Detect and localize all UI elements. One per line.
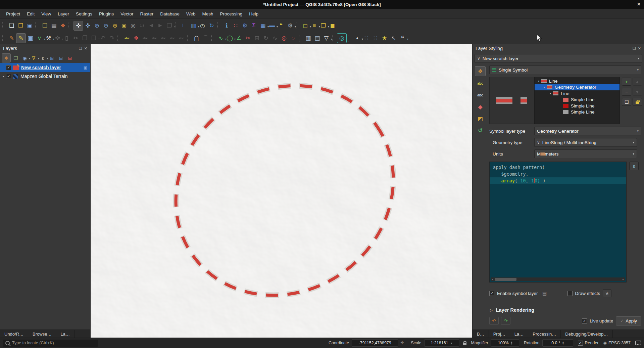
menu-item[interactable]: Edit — [23, 11, 38, 16]
messages-icon[interactable] — [635, 341, 641, 345]
highlight-labels-button[interactable]: abc — [150, 34, 159, 43]
text-annotation-button[interactable]: A — [353, 34, 362, 43]
menu-item[interactable]: Web — [183, 11, 199, 16]
close-panel-icon[interactable]: ✕ — [84, 46, 87, 51]
new-print-layout-button[interactable]: ❐ — [40, 21, 49, 30]
menu-item[interactable]: Settings — [72, 11, 96, 16]
zoom-to-selection-button[interactable]: ◉ — [119, 21, 129, 30]
tree-expander-icon[interactable]: ▾ — [548, 92, 553, 95]
zoom-out-button[interactable]: ⊖ — [101, 21, 110, 30]
draw-effects-checkbox[interactable] — [567, 291, 573, 296]
undo-style-button[interactable]: ↶ — [489, 317, 499, 325]
pan-to-selection-button[interactable]: ✜ — [83, 21, 92, 30]
float-panel-icon[interactable]: ❐ — [79, 46, 82, 51]
toggle-snapping-button[interactable]: ⋂ — [192, 34, 201, 43]
locate-search-input[interactable]: Type to locate (Ctrl+K) — [3, 340, 98, 347]
add-group-button[interactable]: ❒ — [11, 54, 20, 62]
temporal-controller-button[interactable]: ◷ — [198, 21, 207, 30]
dock-tab[interactable]: La… — [56, 330, 74, 338]
expand-all-button[interactable]: ⊞ — [48, 54, 56, 62]
menu-item[interactable]: Help — [246, 11, 262, 16]
dock-tab[interactable]: B… — [473, 330, 489, 338]
vertex-tool-button[interactable]: ⚒ — [44, 34, 53, 43]
redo-button[interactable]: ↷ — [107, 34, 116, 43]
masks-tab[interactable]: abc — [475, 90, 485, 100]
symbol-node-geometry-generator[interactable]: ▾ Geometry Generator — [535, 84, 620, 91]
paste-features-button[interactable]: ❒ — [89, 34, 98, 43]
symbol-type-select[interactable]: Single Symbol ▾ — [489, 66, 641, 74]
duplicate-symbol-layer-button[interactable]: ❏ — [622, 98, 631, 106]
collapse-all-button[interactable]: ⊟ — [57, 54, 65, 62]
digitize-segment-button[interactable]: ∨ — [35, 34, 44, 43]
menu-item[interactable]: View — [38, 11, 54, 16]
shape-digitize-button[interactable]: ◯ — [225, 34, 234, 43]
redo-style-button[interactable]: ↷ — [501, 317, 510, 325]
rotate-label-button[interactable]: abc — [168, 34, 177, 43]
dock-tab[interactable]: Undo/R… — [0, 330, 28, 338]
open-layer-styling-button[interactable]: ❖ — [2, 53, 11, 62]
extents-toggle-icon[interactable]: ✜ — [398, 339, 406, 347]
select-features-button[interactable]: ◻ — [301, 21, 310, 30]
new-map-view-button[interactable]: ❐ — [165, 21, 174, 30]
identify-features-button[interactable]: ℹ — [222, 21, 231, 30]
attribute-table-button[interactable]: ▦ — [258, 21, 267, 30]
filter-by-expression-button[interactable]: ε — [39, 54, 47, 62]
simplify-feature-button[interactable]: ∿ — [270, 34, 280, 43]
layout-grid-button[interactable]: ▦ — [304, 34, 313, 43]
style-manager-button[interactable]: ❖ — [58, 21, 67, 30]
view-3d-tab[interactable]: ◆ — [475, 102, 485, 112]
dock-tab[interactable]: Processin… — [528, 330, 561, 338]
units-select[interactable]: Millimeters ▾ — [534, 149, 637, 158]
dock-tab[interactable]: Proj… — [489, 330, 510, 338]
lock-symbol-color-button[interactable] — [633, 98, 642, 106]
dock-tab[interactable]: Debugging/Develop… — [561, 330, 612, 338]
save-layer-edits-button[interactable]: ▣ — [26, 34, 35, 43]
layer-expander-icon[interactable]: ▸ — [1, 75, 6, 78]
layer-diagram-button[interactable]: ❖ — [132, 34, 141, 43]
close-panel-icon[interactable]: ✕ — [638, 46, 641, 51]
float-panel-icon[interactable]: ❐ — [633, 46, 636, 51]
open-selected-in-table-button[interactable]: ◼ — [328, 21, 337, 30]
layer-labeling-button[interactable]: abc — [122, 34, 132, 43]
move-annotation-button[interactable]: ↖ — [389, 34, 398, 43]
processing-toolbox-button[interactable]: ⚙ — [240, 21, 249, 30]
deselect-features-button[interactable]: ❒ — [319, 21, 328, 30]
current-edits-button[interactable]: ✎ — [7, 34, 16, 43]
map-tips-button[interactable]: ❝ — [277, 21, 286, 30]
zoom-native-button[interactable]: 1:1 — [138, 21, 147, 30]
expression-hscrollbar[interactable]: ◂ ▸ — [491, 277, 625, 281]
symbology-tab[interactable]: ❖ — [475, 66, 486, 76]
split-features-button[interactable]: ✂ — [243, 34, 252, 43]
move-symbol-up-button[interactable]: ▲ — [633, 78, 642, 86]
bookmarks-button[interactable]: ▥ — [189, 21, 198, 30]
select-by-value-button[interactable]: ≡ — [310, 21, 319, 30]
new-project-button[interactable]: ❏ — [7, 21, 16, 30]
render-toggle[interactable]: ✓ Render — [578, 341, 599, 346]
symbol-layer-type-select[interactable]: Geometry Generator ▾ — [534, 127, 641, 135]
move-symbol-down-button[interactable]: ▼ — [633, 88, 642, 96]
dock-tab[interactable]: La… — [510, 330, 528, 338]
cut-features-button[interactable]: ✂ — [71, 34, 80, 43]
copy-features-button[interactable]: ❐ — [80, 34, 89, 43]
symbol-node-sub-line[interactable]: ▾ Line — [535, 90, 620, 97]
remove-layer-button[interactable]: ⊟ — [66, 54, 74, 62]
layer-item-mapzen-global-terrain[interactable]: ▸ ✓ Mapzen Global Terrain — [0, 72, 90, 81]
rotate-feature-button[interactable]: ↻ — [261, 34, 270, 43]
menu-item[interactable]: Vector — [117, 11, 137, 16]
dev-tools-button[interactable]: ◎ — [337, 33, 347, 43]
change-label-button[interactable]: abc — [177, 34, 186, 43]
live-update-checkbox[interactable]: ✓ — [582, 318, 587, 323]
customize-effects-star-icon[interactable]: ★ — [603, 289, 611, 297]
select-by-location-button[interactable]: ▽ — [322, 34, 331, 43]
map-canvas[interactable] — [91, 44, 472, 338]
enable-tracing-button[interactable]: ⌒ — [201, 34, 210, 43]
zoom-last-button[interactable]: ◄ — [147, 21, 156, 30]
remove-symbol-layer-button[interactable]: − — [622, 88, 631, 96]
zoom-in-button[interactable]: ⊕ — [92, 21, 101, 30]
tree-expander-icon[interactable]: ▾ — [536, 80, 541, 83]
undo-button[interactable]: ↶ — [98, 34, 107, 43]
menu-item[interactable]: Database — [157, 11, 183, 16]
spin-down-icon[interactable]: ▾ — [562, 343, 564, 345]
delete-ring-button[interactable]: ◌ — [289, 34, 298, 43]
zoom-to-layer-button[interactable]: ◎ — [129, 21, 138, 30]
